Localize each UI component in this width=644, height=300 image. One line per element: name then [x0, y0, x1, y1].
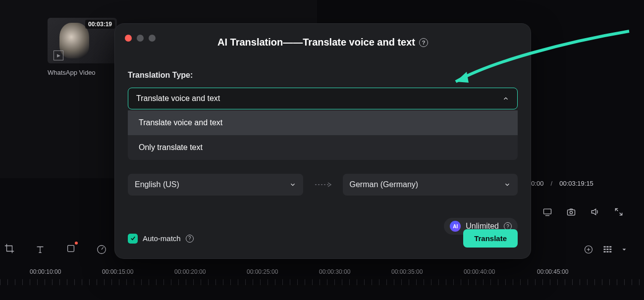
player-bar: 00:00 / 00:03:19:15 — [528, 180, 639, 214]
svg-point-2 — [570, 211, 572, 214]
auto-match-label: Auto-match — [143, 234, 181, 243]
ruler-tick: 00:00:20:00 — [174, 268, 206, 275]
modal-title: AI Translation——Translate voice and text — [217, 37, 415, 48]
text-tool[interactable] — [35, 244, 46, 255]
svg-rect-1 — [568, 210, 575, 215]
svg-rect-6 — [604, 246, 606, 248]
svg-rect-14 — [609, 251, 611, 252]
chevron-down-icon — [289, 181, 296, 188]
close-icon[interactable] — [125, 35, 132, 42]
ruler-tick: 00:00:45:00 — [537, 268, 568, 275]
help-icon[interactable]: ? — [419, 38, 428, 47]
maximize-icon[interactable] — [149, 35, 156, 42]
ruler-tick: 00:00:10:00 — [30, 268, 61, 275]
chevron-down-icon[interactable] — [621, 247, 627, 252]
speed-tool[interactable] — [96, 244, 107, 255]
minimize-icon[interactable] — [137, 35, 144, 42]
svg-rect-7 — [606, 246, 608, 248]
chevron-up-icon — [502, 95, 509, 102]
ruler-tick: 00:00:30:00 — [319, 268, 350, 275]
time-separator: / — [551, 180, 553, 187]
dropdown-option[interactable]: Only translate text — [128, 135, 518, 160]
target-language-value: German (Germany) — [350, 180, 419, 189]
timeline-ruler[interactable]: 00:00:10:00 00:00:15:00 00:00:20:00 00:0… — [0, 261, 644, 281]
svg-rect-8 — [609, 246, 611, 248]
ruler-ticks — [0, 279, 644, 285]
svg-rect-12 — [604, 251, 606, 252]
volume-icon[interactable] — [590, 207, 600, 217]
direction-arrow-icon — [314, 182, 332, 187]
translation-type-label: Translation Type: — [128, 71, 518, 80]
shape-tool[interactable] — [65, 243, 76, 256]
camera-icon[interactable] — [566, 207, 576, 217]
target-language-select[interactable]: German (Germany) — [343, 174, 518, 196]
window-controls[interactable] — [125, 35, 156, 42]
auto-match-toggle[interactable]: Auto-match ? — [128, 234, 194, 244]
thumbnail-preview — [59, 23, 89, 58]
svg-rect-13 — [606, 251, 608, 252]
screen-icon[interactable] — [542, 207, 552, 217]
add-track-button[interactable] — [584, 245, 593, 254]
help-icon[interactable]: ? — [186, 235, 194, 243]
translation-type-dropdown: Translate voice and text Only translate … — [128, 110, 518, 160]
track-list-icon[interactable] — [602, 245, 612, 254]
crop-tool[interactable] — [4, 243, 15, 256]
ruler-tick: 00:00:35:00 — [391, 268, 423, 275]
clip-type-icon: ▶ — [54, 50, 63, 60]
player-total-time: 00:03:19:15 — [559, 180, 593, 187]
source-language-select[interactable]: English (US) — [128, 174, 303, 196]
thumbnail-duration: 00:03:19 — [85, 20, 115, 29]
translate-button[interactable]: Translate — [463, 229, 518, 248]
ruler-tick: 00:00:25:00 — [247, 268, 278, 275]
source-language-value: English (US) — [135, 180, 179, 189]
svg-rect-0 — [544, 209, 551, 214]
dropdown-option[interactable]: Translate voice and text — [128, 110, 518, 135]
record-indicator — [75, 242, 78, 245]
svg-rect-11 — [609, 249, 611, 250]
svg-rect-10 — [606, 249, 608, 250]
fullscreen-icon[interactable] — [614, 207, 624, 217]
thumbnail-label: WhatsApp Video — [48, 69, 96, 76]
ruler-tick: 00:00:40:00 — [464, 268, 495, 275]
translation-type-value: Translate voice and text — [136, 94, 220, 103]
translation-type-select[interactable]: Translate voice and text — [128, 88, 518, 109]
svg-rect-3 — [68, 246, 74, 252]
ai-translation-modal: AI Translation——Translate voice and text… — [115, 24, 531, 258]
checkbox-checked-icon[interactable] — [128, 234, 138, 244]
ruler-tick: 00:00:15:00 — [102, 268, 133, 275]
chevron-down-icon — [504, 181, 511, 188]
svg-rect-9 — [604, 249, 606, 250]
timeline[interactable]: 00:00:10:00 00:00:15:00 00:00:20:00 00:0… — [0, 261, 644, 300]
